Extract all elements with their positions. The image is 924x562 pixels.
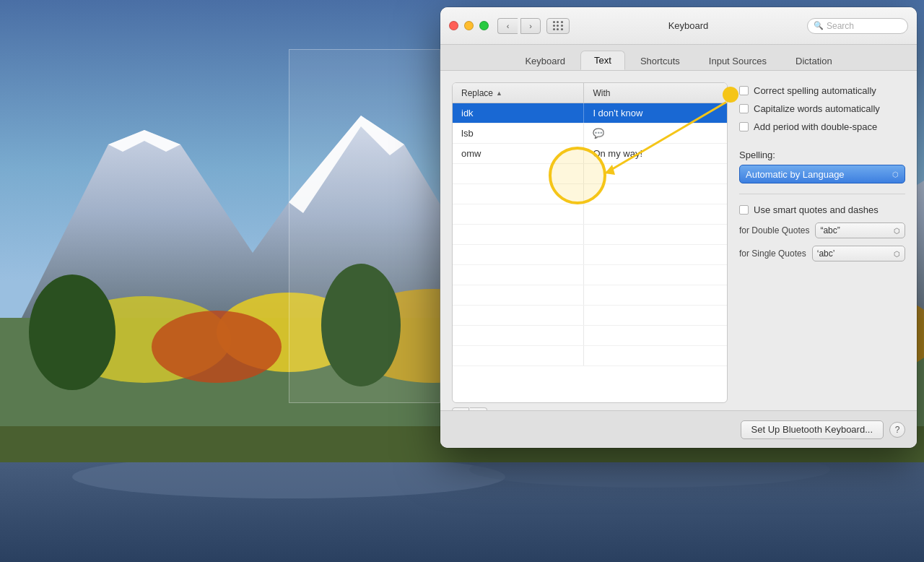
- cell-with-lsb: 💬: [584, 124, 727, 143]
- title-bar: ‹ › Keyboard 🔍 Search: [440, 7, 917, 45]
- single-quotes-dropdown[interactable]: ‘abc’ ⬡: [812, 246, 905, 261]
- search-icon: 🔍: [814, 21, 824, 30]
- bluetooth-keyboard-button[interactable]: Set Up Bluetooth Keyboard...: [741, 420, 884, 439]
- search-placeholder: Search: [827, 21, 854, 31]
- double-quotes-label: for Double Quotes: [739, 225, 809, 235]
- tab-input-sources[interactable]: Input Sources: [695, 51, 780, 70]
- help-button[interactable]: ?: [889, 422, 905, 438]
- spelling-dropdown-text: Automatic by Language: [746, 169, 845, 180]
- add-period-row: Add period with double-space: [739, 121, 905, 132]
- tab-keyboard[interactable]: Keyboard: [511, 51, 579, 70]
- empty-row: [453, 204, 727, 225]
- single-quotes-label: for Single Quotes: [739, 248, 806, 259]
- double-quotes-dropdown[interactable]: “abc” ⬡: [815, 222, 905, 238]
- spelling-section: Spelling: Automatic by Language ⬡: [739, 144, 905, 183]
- empty-row: [453, 326, 727, 346]
- correct-spelling-row: Correct spelling automatically: [739, 85, 905, 96]
- close-button[interactable]: [449, 21, 458, 30]
- table-row[interactable]: lsb 💬: [453, 124, 727, 144]
- spelling-dropdown[interactable]: Automatic by Language ⬡: [739, 165, 905, 183]
- bottom-bar: Set Up Bluetooth Keyboard... ?: [440, 410, 917, 448]
- smart-quotes-label: Use smart quotes and dashes: [754, 204, 879, 215]
- cell-replace-omw: omw: [453, 144, 584, 163]
- empty-row: [453, 184, 727, 204]
- cell-with-omw: On my way!: [584, 144, 727, 163]
- maximize-button[interactable]: [479, 21, 489, 30]
- keyboard-preferences-window: ‹ › Keyboard 🔍 Search Keyboard Text Shor…: [440, 7, 917, 448]
- traffic-lights: [449, 21, 489, 30]
- content-area: Replace ▲ With idk I don't know: [440, 71, 917, 436]
- tab-bar: Keyboard Text Shortcuts Input Sources Di…: [440, 45, 917, 71]
- window-title: Keyboard: [570, 20, 807, 31]
- svg-point-17: [29, 274, 116, 390]
- single-quotes-row: for Single Quotes ‘abc’ ⬡: [739, 246, 905, 261]
- app-grid-button[interactable]: [546, 18, 570, 34]
- table-header: Replace ▲ With: [453, 83, 727, 103]
- left-panel: Replace ▲ With idk I don't know: [452, 82, 728, 425]
- empty-row: [453, 164, 727, 184]
- table-row[interactable]: idk I don't know: [453, 103, 727, 124]
- capitalize-words-checkbox[interactable]: [739, 104, 749, 113]
- tab-dictation[interactable]: Dictation: [782, 51, 846, 70]
- smart-quotes-row: Use smart quotes and dashes: [739, 204, 905, 215]
- forward-button[interactable]: ›: [520, 18, 541, 34]
- empty-row: [453, 346, 727, 366]
- single-quotes-value: ‘abc’: [817, 248, 835, 259]
- column-replace-header: Replace ▲: [453, 83, 584, 103]
- add-period-label: Add period with double-space: [754, 121, 877, 132]
- capitalize-words-row: Capitalize words automatically: [739, 103, 905, 114]
- back-button[interactable]: ‹: [497, 18, 518, 34]
- screenshot-frame: [289, 49, 440, 403]
- cell-with-idk: I don't know: [584, 103, 727, 123]
- search-bar[interactable]: 🔍 Search: [807, 18, 908, 34]
- empty-row: [453, 265, 727, 285]
- minimize-button[interactable]: [464, 21, 474, 30]
- nav-buttons: ‹ ›: [497, 18, 541, 34]
- table-row[interactable]: omw On my way!: [453, 144, 727, 164]
- cell-replace-idk: idk: [453, 103, 584, 123]
- section-divider: [739, 194, 905, 194]
- svg-point-13: [152, 311, 282, 383]
- double-quotes-row: for Double Quotes “abc” ⬡: [739, 222, 905, 238]
- spelling-dropdown-arrow-icon: ⬡: [892, 170, 899, 178]
- empty-row: [453, 245, 727, 265]
- cell-replace-lsb: lsb: [453, 124, 584, 143]
- empty-row: [453, 306, 727, 326]
- capitalize-words-label: Capitalize words automatically: [754, 103, 880, 114]
- empty-row: [453, 225, 727, 245]
- spelling-heading: Spelling:: [739, 150, 905, 160]
- add-period-checkbox[interactable]: [739, 122, 749, 131]
- tab-text[interactable]: Text: [580, 51, 625, 70]
- empty-row: [453, 285, 727, 306]
- column-with-header: With: [584, 83, 727, 103]
- double-quotes-value: “abc”: [820, 225, 840, 235]
- text-replacement-table: Replace ▲ With idk I don't know: [452, 82, 728, 403]
- correct-spelling-checkbox[interactable]: [739, 86, 749, 95]
- sort-arrow-icon: ▲: [496, 90, 502, 97]
- right-panel: Correct spelling automatically Capitaliz…: [739, 82, 905, 425]
- single-quotes-arrow-icon: ⬡: [894, 250, 900, 258]
- table-body: idk I don't know lsb 💬 omw On my way!: [453, 103, 727, 366]
- tab-shortcuts[interactable]: Shortcuts: [627, 51, 694, 70]
- double-quotes-arrow-icon: ⬡: [894, 227, 900, 235]
- smart-quotes-checkbox[interactable]: [739, 205, 749, 215]
- correct-spelling-label: Correct spelling automatically: [754, 85, 876, 96]
